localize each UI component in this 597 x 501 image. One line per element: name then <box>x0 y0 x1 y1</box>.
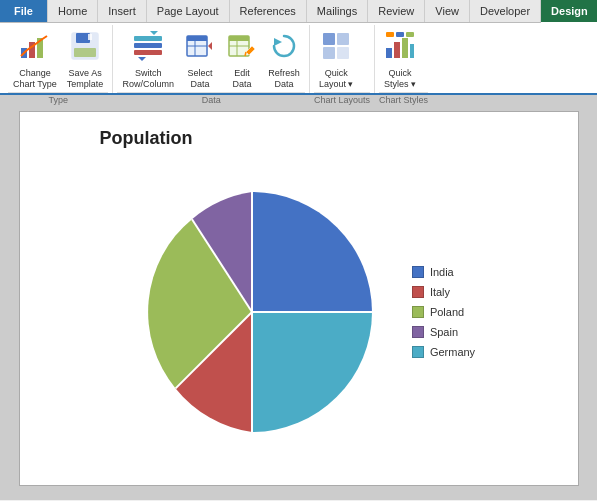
svg-marker-11 <box>150 31 158 35</box>
select-data-button[interactable]: SelectData <box>179 27 221 92</box>
legend-item-germany: Germany <box>412 346 475 358</box>
group-chart-layouts-label: Chart Layouts <box>314 92 370 108</box>
quick-styles-icon <box>384 30 416 66</box>
refresh-data-label: RefreshData <box>268 68 300 90</box>
refresh-data-button[interactable]: RefreshData <box>263 27 305 92</box>
save-as-template-button[interactable]: Save AsTemplate <box>62 27 109 92</box>
svg-rect-27 <box>386 48 392 58</box>
group-styles-buttons: QuickStyles ▾ <box>379 25 428 92</box>
tab-design[interactable]: Design <box>541 0 597 23</box>
svg-rect-30 <box>410 44 414 58</box>
switch-row-column-label: SwitchRow/Column <box>122 68 174 90</box>
group-type-buttons: ChangeChart Type Save AsTemplate <box>8 25 108 92</box>
tab-file[interactable]: File <box>0 0 48 22</box>
svg-rect-29 <box>402 38 408 58</box>
group-chart-styles: QuickStyles ▾ Chart Styles <box>375 25 432 93</box>
chart-type-icon <box>19 30 51 66</box>
chart-container: Population <box>19 111 579 486</box>
legend-label-poland: Poland <box>430 306 464 318</box>
select-data-label: SelectData <box>187 68 212 90</box>
edit-data-button[interactable]: EditData <box>221 27 263 92</box>
legend-color-poland <box>412 306 424 318</box>
tab-insert[interactable]: Insert <box>98 0 147 22</box>
svg-rect-8 <box>134 43 162 48</box>
legend-label-india: India <box>430 266 454 278</box>
tab-review[interactable]: Review <box>368 0 425 22</box>
pie-chart <box>122 182 382 442</box>
select-data-icon <box>184 30 216 66</box>
tab-home[interactable]: Home <box>48 0 98 22</box>
tab-view[interactable]: View <box>425 0 470 22</box>
quick-styles-label: QuickStyles ▾ <box>384 68 416 90</box>
chart-title: Population <box>100 128 193 149</box>
switch-icon <box>132 30 164 66</box>
save-template-label: Save AsTemplate <box>67 68 104 90</box>
svg-rect-9 <box>134 50 162 55</box>
svg-rect-25 <box>323 47 335 59</box>
svg-rect-31 <box>386 32 394 37</box>
svg-rect-28 <box>394 42 400 58</box>
group-type: ChangeChart Type Save AsTemplate Type <box>4 25 113 93</box>
svg-rect-6 <box>88 34 92 40</box>
legend-color-italy <box>412 286 424 298</box>
legend-item-italy: Italy <box>412 286 475 298</box>
legend-item-spain: Spain <box>412 326 475 338</box>
group-data-label: Data <box>117 92 305 108</box>
tab-page-layout[interactable]: Page Layout <box>147 0 230 22</box>
legend-item-india: India <box>412 266 475 278</box>
svg-rect-7 <box>134 36 162 41</box>
legend-label-italy: Italy <box>430 286 450 298</box>
svg-rect-13 <box>187 36 207 41</box>
legend-color-spain <box>412 326 424 338</box>
legend-color-india <box>412 266 424 278</box>
change-chart-type-button[interactable]: ChangeChart Type <box>8 27 62 92</box>
svg-marker-22 <box>274 38 282 46</box>
svg-line-21 <box>245 52 246 56</box>
quick-styles-button[interactable]: QuickStyles ▾ <box>379 27 421 92</box>
legend-label-spain: Spain <box>430 326 458 338</box>
tab-references[interactable]: References <box>230 0 307 22</box>
group-chart-layouts: QuickLayout ▾ Chart Layouts <box>310 25 375 93</box>
chart-body: India Italy Poland Spain Germany <box>40 159 558 465</box>
edit-data-label: EditData <box>232 68 251 90</box>
save-template-icon <box>69 30 101 66</box>
quick-layout-label: QuickLayout ▾ <box>319 68 354 90</box>
switch-row-column-button[interactable]: SwitchRow/Column <box>117 27 179 92</box>
edit-data-icon <box>226 30 258 66</box>
ribbon: File Home Insert Page Layout References … <box>0 0 597 96</box>
quick-layout-button[interactable]: QuickLayout ▾ <box>314 27 359 92</box>
main-area: Population <box>0 96 597 500</box>
svg-rect-18 <box>229 36 249 41</box>
change-chart-type-label: ChangeChart Type <box>13 68 57 90</box>
svg-rect-5 <box>74 48 96 57</box>
refresh-icon <box>268 30 300 66</box>
group-chart-styles-label: Chart Styles <box>379 92 428 108</box>
tab-mailings[interactable]: Mailings <box>307 0 368 22</box>
legend: India Italy Poland Spain Germany <box>412 266 475 358</box>
legend-label-germany: Germany <box>430 346 475 358</box>
svg-marker-10 <box>138 57 146 61</box>
svg-rect-24 <box>337 33 349 45</box>
group-data: SwitchRow/Column SelectData <box>113 25 310 93</box>
group-layouts-buttons: QuickLayout ▾ <box>314 25 370 92</box>
svg-rect-26 <box>337 47 349 59</box>
svg-rect-23 <box>323 33 335 45</box>
toolbar: ChangeChart Type Save AsTemplate Type <box>0 23 597 95</box>
group-data-buttons: SwitchRow/Column SelectData <box>117 25 305 92</box>
tab-bar: File Home Insert Page Layout References … <box>0 0 597 23</box>
group-type-label: Type <box>8 92 108 108</box>
svg-marker-16 <box>208 42 212 50</box>
legend-item-poland: Poland <box>412 306 475 318</box>
svg-rect-4 <box>76 33 90 43</box>
legend-color-germany <box>412 346 424 358</box>
svg-rect-32 <box>396 32 404 37</box>
quick-layout-icon <box>320 30 352 66</box>
tab-developer[interactable]: Developer <box>470 0 541 22</box>
svg-rect-33 <box>406 32 414 37</box>
